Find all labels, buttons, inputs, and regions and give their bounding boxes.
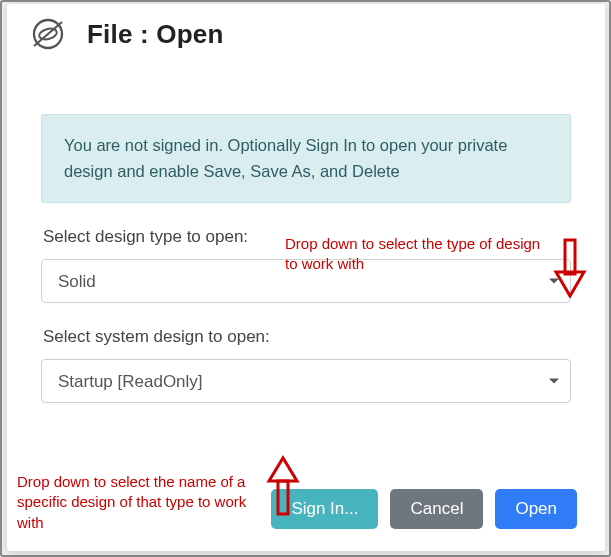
design-type-select-wrap: Solid <box>41 259 571 303</box>
system-design-label: Select system design to open: <box>43 327 569 347</box>
cancel-button[interactable]: Cancel <box>390 489 483 529</box>
signin-info-banner: You are not signed in. Optionally Sign I… <box>41 114 571 203</box>
design-type-label: Select design type to open: <box>43 227 569 247</box>
dialog-button-row: Sign In... Cancel Open <box>271 489 577 529</box>
dialog-title: File : Open <box>87 19 224 50</box>
app-logo-icon <box>31 17 65 51</box>
dialog-header: File : Open <box>31 11 581 79</box>
system-design-select-wrap: Startup [ReadOnly] <box>41 359 571 403</box>
file-open-dialog: File : Open You are not signed in. Optio… <box>7 4 605 551</box>
design-type-select[interactable]: Solid <box>41 259 571 303</box>
signin-button[interactable]: Sign In... <box>271 489 378 529</box>
open-button[interactable]: Open <box>495 489 577 529</box>
system-design-select[interactable]: Startup [ReadOnly] <box>41 359 571 403</box>
